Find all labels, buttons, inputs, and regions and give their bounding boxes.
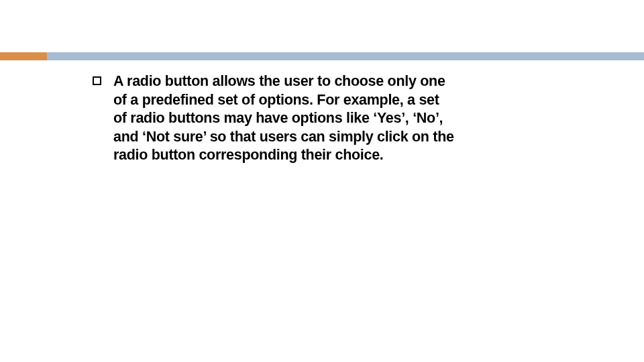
body-text: A radio button allows the user to choose… — [113, 72, 455, 165]
slide-content: A radio button allows the user to choose… — [93, 72, 455, 165]
header-bar — [0, 52, 644, 60]
header-accent-block — [0, 52, 47, 60]
bullet-item: A radio button allows the user to choose… — [93, 72, 455, 165]
header-main-block — [47, 52, 644, 60]
square-bullet-icon — [93, 76, 101, 85]
